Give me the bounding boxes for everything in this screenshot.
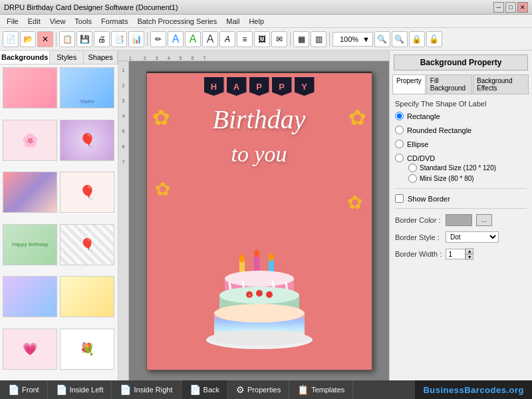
tb-color2[interactable]: A [185,31,201,47]
show-border-checkbox[interactable] [395,194,404,203]
zoom-dropdown-icon[interactable]: ▼ [362,35,370,43]
cd-sub-options: Standard Size (120 * 120) Mini Size (80 … [408,164,527,183]
divider-1 [395,188,527,189]
menu-tools[interactable]: Tools [70,16,96,27]
zoom-out-button[interactable]: 🔍 [374,31,390,47]
thumb-8[interactable]: 🎈 [60,224,114,265]
birthday-card[interactable]: H A P P Y ✿ ✿ ✿ ✿ Birthday to you [146,71,372,370]
thumbnail-grid: Styles 🌸 🎈 🎈 Happy Birthday 🎈 💗 [0,65,118,380]
tb-btn2[interactable]: 📋 [59,31,75,47]
tb-align[interactable]: ≡ [237,31,253,47]
menu-edit[interactable]: Edit [24,16,45,27]
menu-formats[interactable]: Formats [97,16,132,27]
tb-pencil[interactable]: ✏ [150,31,166,47]
tab-inside-right[interactable]: 📄 Inside Right [112,380,181,399]
canvas-content: H A P P Y ✿ ✿ ✿ ✿ Birthday to you [129,61,389,380]
close-doc-button[interactable]: ✕ [37,31,53,47]
thumb-3[interactable]: 🌸 [3,120,57,161]
thumb-10[interactable] [60,276,114,317]
menu-batch[interactable]: Batch Processing Series [133,16,221,27]
minimize-button[interactable]: ─ [493,2,504,13]
tab-inside-left[interactable]: 📄 Inside Left [48,380,112,399]
tb-barcode[interactable]: ▦ [293,31,309,47]
show-border-label: Show Border [408,195,450,203]
tb-btn3[interactable]: 💾 [76,31,92,47]
thumb-2[interactable]: Styles [60,67,114,108]
radio-rectangle-label: Rectangle [407,112,440,120]
tb-btn6[interactable]: 📊 [128,31,144,47]
tb-font[interactable]: A [202,31,218,47]
tab-property[interactable]: Property [392,74,426,94]
tab-fill-background[interactable]: Fill Background [426,74,472,94]
tb-mail[interactable]: ✉ [271,31,287,47]
flag-a: A [227,77,247,96]
ruler-vertical: 1 2 3 4 5 6 7 [118,61,129,380]
unlock-button[interactable]: 🔓 [426,31,442,47]
svg-point-18 [256,290,263,297]
tb-btn4[interactable]: 🖨 [94,31,110,47]
thumb-12[interactable]: 💐 [60,329,114,370]
radio-rounded-input[interactable] [395,126,404,134]
thumb-4[interactable]: 🎈 [60,120,114,161]
radio-rectangle-input[interactable] [395,112,404,120]
close-button[interactable]: ✕ [517,2,528,13]
tab-shapes[interactable]: Shapes [84,51,118,64]
lock-button[interactable]: 🔒 [409,31,425,47]
spin-down[interactable]: ▼ [466,254,473,260]
thumb-5[interactable] [3,172,57,213]
inside-left-label: Inside Left [70,386,104,394]
sunflower-4: ✿ [347,192,362,213]
shape-label: Specify The Shape Of Label [395,100,527,108]
front-icon: 📄 [8,384,19,395]
menu-mail[interactable]: Mail [222,16,243,27]
cd-mini-label: Mini Size (80 * 80) [408,174,527,183]
sep3 [290,32,291,47]
menu-help[interactable]: Help [245,16,268,27]
border-width-input[interactable] [446,249,466,259]
menu-file[interactable]: File [3,16,23,27]
menu-view[interactable]: View [46,16,70,27]
border-width-row: Border Width : ▲ ▼ [395,248,527,260]
svg-point-4 [254,249,259,257]
tab-styles[interactable]: Styles [50,51,84,64]
tab-properties[interactable]: ⚙ Properties [228,380,289,399]
radio-ellipse-input[interactable] [395,140,404,148]
border-color-picker-button[interactable]: … [476,214,492,226]
right-panel: Background Property Property Fill Backgr… [389,51,532,380]
tab-backgrounds[interactable]: Backgrounds [0,51,50,64]
toyou-text: to you [147,142,372,167]
spin-up[interactable]: ▲ [466,248,473,254]
thumb-11[interactable]: 💗 [3,329,57,370]
svg-point-19 [266,291,273,298]
open-button[interactable]: 📂 [20,31,36,47]
new-button[interactable]: 📄 [3,31,19,47]
thumb-9[interactable] [3,276,57,317]
tb-color1[interactable]: A [168,31,184,47]
tb-img[interactable]: 🖼 [254,31,270,47]
tab-back[interactable]: 📄 Back [182,380,228,399]
divider-2 [395,208,527,209]
border-color-swatch[interactable] [446,214,472,226]
tb-btn5[interactable]: 📑 [111,31,127,47]
tb-barcode2[interactable]: ▥ [311,31,327,47]
toolbar: 📄 📂 ✕ 📋 💾 🖨 📑 📊 ✏ A A A A ≡ 🖼 ✉ ▦ ▥ 100%… [0,28,532,51]
title-bar: DRPU Birthday Card Designer Software (Do… [0,0,532,15]
maximize-button[interactable]: □ [505,2,516,13]
back-icon: 📄 [190,384,201,395]
properties-icon: ⚙ [236,384,245,395]
radio-rounded: Rounded Rectangle [395,126,527,134]
cd-std-input[interactable] [408,164,417,172]
border-style-select[interactable]: Solid Dot Dash DashDot [446,231,499,243]
inside-right-label: Inside Right [134,386,172,394]
thumb-1[interactable] [3,67,57,108]
tab-templates[interactable]: 📋 Templates [289,380,353,399]
tab-front[interactable]: 📄 Front [0,380,48,399]
tb-italic[interactable]: A [219,31,235,47]
cd-mini-input[interactable] [408,174,417,183]
radio-cd-input[interactable] [395,154,404,162]
thumb-7[interactable]: Happy Birthday [3,224,57,265]
thumb-6[interactable]: 🎈 [60,172,114,213]
tab-background-effects[interactable]: Background Effects [473,74,529,94]
sep2 [147,32,148,47]
zoom-in-button[interactable]: 🔍 [392,31,408,47]
